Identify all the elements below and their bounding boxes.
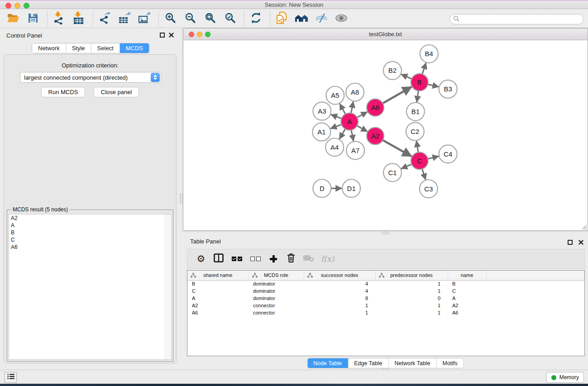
column-header-successor-nodes[interactable]: successor nodes (304, 271, 375, 280)
column-header-name[interactable]: name (448, 271, 486, 280)
table-options-button[interactable]: ⚙ (196, 253, 206, 265)
graph-node-B1[interactable]: B1 (406, 103, 425, 121)
graph-node-A7[interactable]: A7 (346, 141, 364, 159)
graph-node-C2[interactable]: C2 (406, 123, 424, 141)
delete-entry-button[interactable] (286, 253, 296, 265)
table-row-a2[interactable]: A2connector11A2 (187, 302, 584, 309)
edge-A2-C[interactable] (382, 140, 412, 157)
edge-A-A5[interactable] (339, 104, 346, 115)
cell-successor-nodes[interactable]: 4 (304, 287, 375, 295)
result-item-a2[interactable]: A2 (9, 214, 171, 222)
run-mcds-button[interactable]: Run MCDS (41, 87, 86, 97)
zoom-window-button[interactable] (24, 3, 29, 9)
tab-style[interactable]: Style (66, 43, 91, 53)
cell-successor-nodes[interactable]: 4 (304, 280, 375, 287)
first-neighbors-button[interactable] (295, 12, 308, 26)
graph-node-C3[interactable]: C3 (420, 180, 438, 198)
column-header-predecessor-nodes[interactable]: predecessor nodes (375, 271, 448, 280)
edge-C-C3[interactable] (422, 168, 425, 180)
cell-predecessor-nodes[interactable]: 1 (375, 309, 448, 316)
refresh-view-button[interactable] (249, 12, 263, 26)
graph-node-D1[interactable]: D1 (342, 179, 360, 197)
tab-mcds[interactable]: MCDS (120, 43, 149, 53)
cell-successor-nodes[interactable]: 8 (304, 295, 375, 302)
zoom-in-button[interactable] (163, 12, 177, 26)
graph-node-A6[interactable]: A6 (367, 99, 384, 116)
cell-predecessor-nodes[interactable]: 0 (375, 295, 448, 302)
task-history-button[interactable] (5, 372, 17, 383)
edge-C-C1[interactable] (401, 164, 412, 169)
edge-A6-B[interactable] (382, 87, 412, 104)
show-columns-button[interactable] (213, 253, 224, 265)
cell-name[interactable]: A2 (448, 302, 486, 309)
edge-A-A3[interactable] (331, 114, 342, 119)
edge-C-C2[interactable] (416, 141, 418, 153)
edge-A-A1[interactable] (330, 124, 342, 129)
export-table-button[interactable] (118, 12, 131, 26)
graph-node-B4[interactable]: B4 (420, 45, 438, 63)
result-item-a6[interactable]: A6 (9, 243, 171, 251)
tab-select[interactable]: Select (91, 43, 120, 53)
network-minimize-button[interactable] (197, 32, 202, 37)
edge-B-B4[interactable] (422, 63, 426, 75)
graph-node-D[interactable]: D (313, 179, 331, 197)
table-row-c[interactable]: Cdominator41C (187, 287, 584, 295)
deselect-all-button[interactable] (249, 253, 261, 265)
cell-name[interactable]: A6 (448, 309, 486, 316)
table-row-a[interactable]: Adominator80A (187, 295, 584, 302)
network-canvas[interactable]: B4B2BB3B1A5A8A3A6AA1A4A7A2C2CC4C1C3DD1 (183, 40, 588, 230)
graph-node-A[interactable]: A (341, 113, 358, 130)
cell-mcds-role[interactable]: connector (249, 302, 304, 309)
result-item-c[interactable]: C (9, 236, 171, 243)
select-all-button[interactable] (231, 253, 243, 265)
float-table-panel-icon[interactable] (568, 240, 573, 245)
result-item-a[interactable]: A (9, 222, 171, 229)
tab-motifs[interactable]: Motifs (436, 358, 463, 368)
window-resize-grip[interactable] (580, 223, 587, 230)
open-network-files-button[interactable] (275, 12, 288, 26)
cell-successor-nodes[interactable]: 1 (304, 302, 375, 309)
network-window-titlebar[interactable]: testGlobe.txt (183, 29, 588, 40)
zoom-fit-button[interactable] (203, 12, 217, 26)
close-panel-button[interactable]: Close panel (94, 87, 139, 97)
cell-name[interactable]: C (448, 287, 486, 295)
edge-A-A7[interactable] (351, 129, 354, 141)
cell-shared-name[interactable]: A6 (187, 309, 249, 316)
hide-selected-button[interactable] (315, 12, 328, 26)
result-list-scrollbar[interactable] (165, 214, 171, 359)
cell-mcds-role[interactable]: connector (249, 309, 304, 316)
cell-mcds-role[interactable]: dominator (249, 287, 304, 295)
criterion-dropdown[interactable]: largest connected component (directed) (20, 72, 161, 83)
close-panel-icon[interactable] (169, 33, 174, 38)
export-image-button[interactable] (138, 12, 151, 26)
float-panel-icon[interactable] (160, 33, 165, 38)
tab-edge-table[interactable]: Edge Table (348, 358, 388, 368)
edge-A-A8[interactable] (351, 101, 353, 114)
edge-A-A4[interactable] (339, 128, 346, 139)
network-zoom-button[interactable] (205, 32, 210, 37)
zoom-out-button[interactable] (183, 12, 197, 26)
column-header-mcds-role[interactable]: MCDS role (249, 271, 304, 280)
cell-shared-name[interactable]: A2 (187, 302, 249, 309)
graph-node-A3[interactable]: A3 (313, 102, 331, 120)
table-row-a6[interactable]: A6connector11A6 (187, 309, 584, 316)
close-window-button[interactable] (5, 3, 11, 9)
export-network-button[interactable] (98, 12, 111, 26)
minimize-window-button[interactable] (14, 3, 20, 9)
edge-B-B3[interactable] (427, 84, 439, 87)
edge-A-A6[interactable] (356, 112, 367, 118)
cell-name[interactable]: B (448, 280, 486, 287)
result-item-b[interactable]: B (9, 229, 171, 236)
column-header-shared-name[interactable]: shared name (187, 271, 249, 280)
edge-A-A2[interactable] (356, 125, 368, 132)
graph-node-B2[interactable]: B2 (383, 62, 402, 80)
zoom-selected-button[interactable] (223, 12, 237, 26)
cell-shared-name[interactable]: C (187, 287, 249, 295)
cell-predecessor-nodes[interactable]: 1 (375, 280, 448, 287)
graph-node-B[interactable]: B (411, 74, 428, 91)
graph-node-C[interactable]: C (411, 152, 428, 169)
graph-node-C4[interactable]: C4 (439, 145, 457, 163)
vertical-splitter-handle[interactable] (180, 194, 183, 204)
table-row-b[interactable]: Bdominator41B (187, 280, 584, 287)
cell-mcds-role[interactable]: dominator (249, 295, 304, 302)
